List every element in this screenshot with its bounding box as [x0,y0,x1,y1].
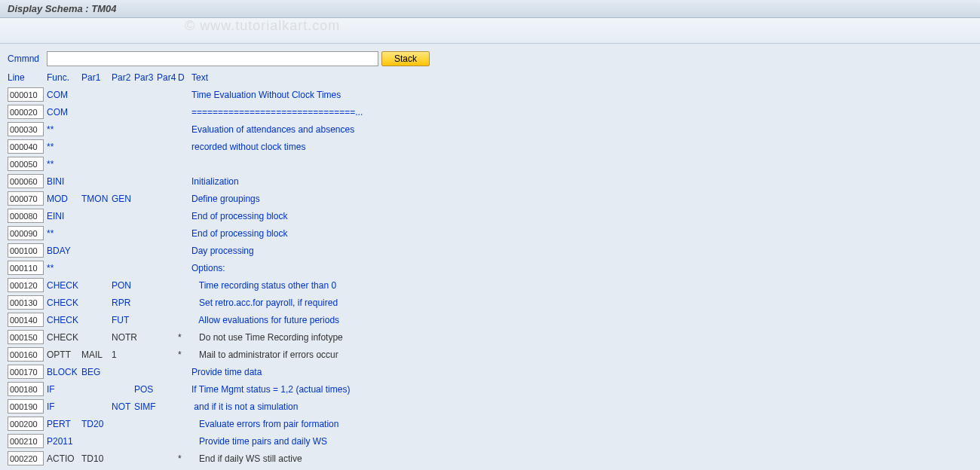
table-row: **Options: [8,259,972,276]
table-row: COMTime Evaluation Without Clock Times [8,86,972,103]
table-row: IFNOTSIMF and if it is not a simulation [8,398,972,415]
cell-par1: BEG [81,367,112,377]
cell-func: ACTIO [47,453,81,464]
cell-func: ** [47,263,81,273]
command-label: Cmmnd [8,53,44,64]
cell-func: ** [47,228,81,239]
cell-func: BINI [47,176,81,187]
line-input[interactable] [8,209,44,223]
cell-func: ** [47,159,81,169]
line-input[interactable] [8,226,44,240]
cell-text: Mail to administrator if errors occur [191,349,972,360]
cell-text: ===============================... [191,107,972,118]
cell-func: ** [47,124,81,135]
cell-par2: RPR [112,298,134,308]
line-input[interactable] [8,278,44,292]
table-row: CHECKRPR Set retro.acc.for payroll, if r… [8,294,972,311]
line-input[interactable] [8,87,44,102]
table-row: BDAYDay processing [8,242,972,259]
cell-text: Day processing [191,246,972,256]
cell-text: Initialization [191,176,972,187]
line-input[interactable] [8,417,44,431]
line-input[interactable] [8,399,44,414]
table-row: EINIEnd of processing block [8,207,972,224]
line-input[interactable] [8,105,44,119]
header-d: D [178,72,191,83]
line-input[interactable] [8,451,44,465]
cell-par3: POS [134,384,157,395]
line-input[interactable] [8,434,44,448]
line-input[interactable] [8,347,44,362]
header-line: Line [8,72,47,83]
cell-text: Do not use Time Recording infotype [191,332,972,343]
cell-func: CHECK [47,332,81,343]
table-row: CHECKNOTR* Do not use Time Recording inf… [8,328,972,346]
cell-par1: TD10 [81,453,112,464]
content-area: Cmmnd Stack Line Func. Par1 Par2 Par3 Pa… [0,44,980,470]
cell-par1: TD20 [81,419,112,429]
cell-d: * [178,453,191,464]
cell-text: Time recording status other than 0 [191,280,972,291]
cell-text: Evaluation of attendances and absences [191,124,972,135]
cell-func: IF [47,401,81,412]
line-input[interactable] [8,122,44,136]
stack-button[interactable]: Stack [381,51,430,66]
command-input[interactable] [47,51,378,66]
table-row: **recorded without clock times [8,138,972,155]
line-input[interactable] [8,330,44,344]
line-input[interactable] [8,174,44,188]
line-input[interactable] [8,157,44,171]
table-row: CHECKPON Time recording status other tha… [8,276,972,294]
line-input[interactable] [8,295,44,310]
line-input[interactable] [8,382,44,396]
cell-par2: 1 [112,349,134,360]
header-par4: Par4 [157,72,178,83]
table-row: PERTTD20 Evaluate errors from pair forma… [8,415,972,432]
header-text: Text [191,72,972,83]
table-row: **Evaluation of attendances and absences [8,121,972,138]
cell-text: End if daily WS still active [191,453,972,464]
cell-par2: GEN [112,194,134,204]
cell-par2: NOT [112,401,134,412]
cell-par2: FUT [112,315,134,325]
table-row: **End of processing block [8,224,972,242]
table-row: MODTMONGENDefine groupings [8,190,972,207]
cell-func: COM [47,90,81,100]
cell-text: End of processing block [191,211,972,221]
cell-text: recorded without clock times [191,142,972,152]
line-input[interactable] [8,139,44,154]
cell-text: Allow evaluations for future periods [191,315,972,325]
cell-text: Time Evaluation Without Clock Times [191,90,972,100]
table-header: Line Func. Par1 Par2 Par3 Par4 D Text [8,71,972,84]
line-input[interactable] [8,365,44,379]
cell-par2: NOTR [112,332,134,343]
command-row: Cmmnd Stack [8,51,972,66]
cell-func: COM [47,107,81,118]
table-row: CHECKFUT Allow evaluations for future pe… [8,311,972,328]
cell-par1: TMON [81,194,112,204]
line-input[interactable] [8,191,44,206]
table-row: BINIInitialization [8,172,972,190]
table-row: ** [8,155,972,172]
table-row: IFPOSIf Time Mgmt status = 1,2 (actual t… [8,380,972,398]
toolbar: © www.tutorialkart.com [0,18,980,44]
cell-text: If Time Mgmt status = 1,2 (actual times) [191,384,972,395]
line-input[interactable] [8,243,44,258]
line-input[interactable] [8,313,44,327]
cell-text: Set retro.acc.for payroll, if required [191,298,972,308]
header-par1: Par1 [81,72,112,83]
cell-par3: SIMF [134,401,157,412]
cell-func: CHECK [47,280,81,291]
cell-func: PERT [47,419,81,429]
cell-text: Evaluate errors from pair formation [191,419,972,429]
cell-text: and if it is not a simulation [191,401,972,412]
line-input[interactable] [8,261,44,275]
table-row: P2011 Provide time pairs and daily WS [8,432,972,450]
cell-text: Options: [191,263,972,273]
cell-func: CHECK [47,315,81,325]
window-title: Display Schema : TM04 [0,0,980,18]
cell-d: * [178,332,191,343]
cell-text: Define groupings [191,194,972,204]
header-func: Func. [47,72,81,83]
cell-text: Provide time data [191,367,972,377]
